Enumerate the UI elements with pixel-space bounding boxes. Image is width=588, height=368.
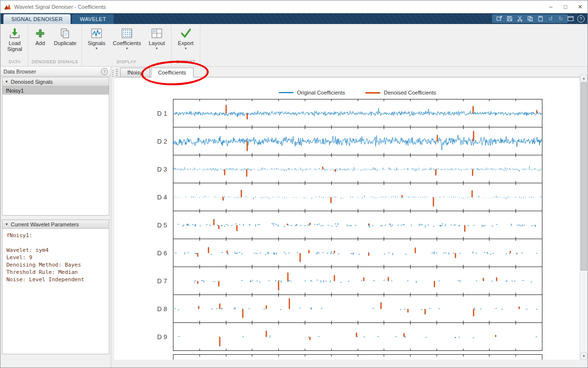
layout-label: Layout bbox=[148, 40, 165, 46]
cut-icon[interactable] bbox=[516, 16, 523, 22]
signals-button[interactable]: Signals ▼ bbox=[83, 26, 110, 51]
content-area: Data Browser ? ▼ Denoised Signals fNoisy… bbox=[0, 67, 588, 368]
wavelet-parameters-header-label: Current Wavelet Parameters bbox=[11, 221, 79, 227]
wavelet-parameters-box: ▼ Current Wavelet Parameters fNoisy1: Wa… bbox=[2, 220, 109, 354]
data-browser-help-icon[interactable]: ? bbox=[101, 68, 108, 75]
maximize-button[interactable]: □ bbox=[558, 0, 573, 13]
toolstrip: Load Signal DATA Add bbox=[0, 24, 588, 67]
export-icon bbox=[179, 27, 192, 40]
param-line bbox=[6, 239, 105, 246]
coefficients-label: Coefficients bbox=[113, 40, 141, 46]
denoised-signals-section-header[interactable]: ▼ Denoised Signals bbox=[2, 77, 109, 86]
matlab-logo-icon bbox=[4, 3, 11, 10]
original-legend-swatch bbox=[279, 92, 294, 93]
signals-label: Signals bbox=[88, 40, 105, 46]
main-plot-region: fNoisy Coefficients Original Coefficient… bbox=[114, 67, 588, 368]
paste-icon[interactable] bbox=[537, 16, 543, 22]
undo-icon[interactable]: ↺ bbox=[547, 16, 554, 22]
denoised-signals-header-label: Denoised Signals bbox=[11, 79, 53, 85]
export-button[interactable]: Export ▼ bbox=[173, 26, 198, 51]
ribbon-tab-signal-denoiser[interactable]: SIGNAL DENOISER bbox=[3, 14, 71, 24]
collapse-arrow-icon: ▼ bbox=[5, 222, 8, 226]
coefficients-plot-panel: Original Coefficients Denoised Coefficie… bbox=[114, 77, 580, 360]
app-frame: Wavelet Signal Denoiser - Coefficients –… bbox=[0, 0, 588, 368]
data-browser-header: Data Browser ? bbox=[0, 67, 111, 76]
ribbon-tab-wavelet[interactable]: WAVELET bbox=[72, 14, 114, 24]
signal-item-fnoisy1[interactable]: fNoisy1 bbox=[2, 86, 109, 95]
export-label: Export bbox=[178, 40, 194, 46]
legend-label-original: Original Coefficients bbox=[297, 90, 345, 96]
legend-item-original: Original Coefficients bbox=[279, 90, 345, 96]
add-icon bbox=[34, 27, 47, 40]
toolstrip-group-data: Load Signal DATA bbox=[1, 24, 28, 66]
save-icon[interactable] bbox=[506, 16, 513, 22]
section-label-data: DATA bbox=[3, 59, 26, 66]
load-signal-icon bbox=[8, 27, 21, 40]
coefficients-button[interactable]: Coefficients ▼ bbox=[110, 26, 144, 51]
ribbon-right-icons: ? bbox=[567, 14, 585, 23]
denoised-signals-box: ▼ Denoised Signals fNoisy1 bbox=[2, 77, 109, 216]
splitter-grip bbox=[112, 70, 114, 77]
section-label-denoised-signals: DENOISED SIGNALS bbox=[30, 59, 80, 66]
tab-area-grip bbox=[116, 69, 118, 76]
copy-icon[interactable] bbox=[527, 16, 533, 22]
app-window: { "window": { "title": "Wavelet Signal D… bbox=[0, 0, 588, 368]
export-figure-icon[interactable] bbox=[496, 16, 502, 22]
data-browser-panel: Data Browser ? ▼ Denoised Signals fNoisy… bbox=[0, 67, 111, 368]
export-dropdown-icon: ▼ bbox=[184, 47, 187, 50]
window-controls: – □ ✕ bbox=[543, 0, 588, 13]
redo-icon[interactable]: ↻ bbox=[558, 16, 564, 22]
help-icon[interactable]: ? bbox=[577, 15, 585, 23]
legend-item-denoised: Denoised Coefficients bbox=[366, 90, 436, 96]
legend-label-denoised: Denoised Coefficients bbox=[384, 90, 436, 96]
duplicate-icon bbox=[59, 27, 72, 40]
add-label: Add bbox=[35, 40, 45, 46]
coefficients-dropdown-icon: ▼ bbox=[125, 47, 128, 50]
scroll-down-icon[interactable]: ▼ bbox=[580, 352, 588, 360]
load-signal-label: Load Signal bbox=[5, 40, 24, 52]
param-line: Denoising Method: Bayes bbox=[6, 261, 105, 269]
collapse-arrow-icon: ▼ bbox=[5, 80, 8, 83]
ribbon-tab-bar: SIGNAL DENOISER WAVELET bbox=[0, 13, 588, 24]
load-signal-button[interactable]: Load Signal bbox=[3, 26, 26, 53]
signals-dropdown-icon: ▼ bbox=[95, 47, 98, 50]
signals-icon bbox=[90, 27, 103, 40]
layout-button[interactable]: Layout ▼ bbox=[144, 26, 170, 51]
section-label-export: EXPORT bbox=[173, 59, 198, 66]
add-button[interactable]: Add bbox=[30, 26, 50, 47]
denoised-legend-swatch bbox=[366, 92, 380, 94]
param-line: Wavelet: sym4 bbox=[6, 246, 105, 254]
param-line: Noise: Level Independent bbox=[6, 276, 105, 283]
doc-tab-fnoisy[interactable]: fNoisy bbox=[120, 68, 150, 77]
param-line: fNoisy1: bbox=[6, 232, 105, 239]
window-title: Wavelet Signal Denoiser - Coefficients bbox=[14, 4, 106, 10]
scroll-up-icon[interactable]: ▲ bbox=[580, 74, 588, 82]
section-label-display: DISPLAY bbox=[83, 59, 170, 66]
param-line: Level: 9 bbox=[6, 254, 105, 261]
layout-icon bbox=[150, 27, 163, 40]
param-line: Threshold Rule: Median bbox=[6, 269, 105, 276]
dock-icon[interactable] bbox=[567, 16, 574, 22]
duplicate-button[interactable]: Duplicate bbox=[50, 26, 80, 47]
document-tab-bar: fNoisy Coefficients bbox=[114, 67, 580, 77]
toolstrip-group-export: Export ▼ EXPORT bbox=[172, 24, 200, 66]
coefficients-icon bbox=[121, 27, 133, 40]
titlebar: Wavelet Signal Denoiser - Coefficients –… bbox=[0, 0, 588, 13]
scrollbar-thumb[interactable] bbox=[581, 82, 587, 270]
close-button[interactable]: ✕ bbox=[573, 0, 588, 13]
vertical-scrollbar[interactable]: ▲ ▼ bbox=[580, 74, 588, 360]
minimize-button[interactable]: – bbox=[543, 0, 558, 13]
toolstrip-group-denoised-signals: Add Duplicate DENOISED SIGNALS bbox=[28, 24, 82, 66]
coefficients-plot bbox=[144, 97, 565, 360]
toolstrip-group-display: Signals ▼ Coefficients ▼ bbox=[82, 24, 172, 66]
wavelet-parameters-text: fNoisy1: Wavelet: sym4 Level: 9 Denoisin… bbox=[2, 229, 109, 286]
quick-access-toolbar: ↺ ↻ bbox=[492, 14, 568, 23]
wavelet-parameters-section-header[interactable]: ▼ Current Wavelet Parameters bbox=[2, 220, 109, 229]
plot-legend: Original Coefficients Denoised Coefficie… bbox=[173, 90, 542, 96]
doc-tab-coefficients[interactable]: Coefficients bbox=[151, 68, 194, 77]
data-browser-title: Data Browser bbox=[3, 69, 36, 74]
duplicate-label: Duplicate bbox=[54, 40, 76, 46]
layout-dropdown-icon: ▼ bbox=[155, 47, 158, 50]
